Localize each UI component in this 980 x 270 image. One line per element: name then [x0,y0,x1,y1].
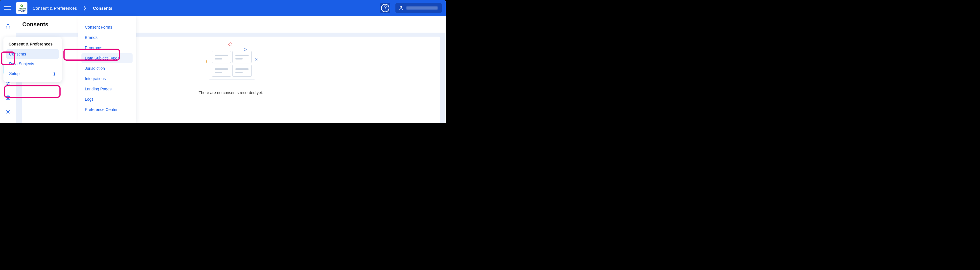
svg-point-3 [8,24,9,25]
breadcrumb: Consent & Preferences ❯ Consents [33,6,112,11]
help-button[interactable] [380,3,390,13]
svg-point-2 [400,6,402,8]
breadcrumb-root[interactable]: Consent & Preferences [33,6,77,11]
flyout-item-data-subjects[interactable]: Data Subjects [6,59,59,69]
svg-point-11 [7,83,8,83]
user-name-redacted [406,6,438,10]
flyout-item-setup[interactable]: Setup ❯ [6,69,59,78]
submenu-consent-forms[interactable]: Consent Forms [81,22,132,32]
submenu-jurisdiction[interactable]: Jurisdiction [81,64,132,73]
svg-point-12 [8,82,9,83]
flyout-item-consents[interactable]: Consents [6,49,59,59]
globe-icon [5,95,11,101]
svg-point-4 [6,27,7,28]
svg-point-16 [7,111,9,113]
diamond-icon [228,42,232,46]
setup-submenu: Consent Forms Brands Programs Data Subje… [78,16,136,123]
top-bar: ✿ TrustArc NYMITY Consent & Preferences … [0,0,446,16]
svg-point-13 [8,84,8,85]
empty-message: There are no consents recorded yet. [199,90,263,95]
chevron-right-icon: ❯ [83,6,87,10]
square-icon [204,60,207,63]
svg-point-1 [385,10,386,10]
flyout-title: Consent & Preferences [6,42,59,49]
submenu-landing-pages[interactable]: Landing Pages [81,84,132,94]
ring-icon [244,48,247,51]
rail-item-globe[interactable] [3,93,13,103]
logo-text-bottom: NYMITY [18,10,25,12]
x-icon: ✕ [255,57,258,62]
breadcrumb-current: Consents [93,6,112,11]
submenu-programs[interactable]: Programs [81,43,132,53]
empty-illustration: ✕ [204,42,258,85]
brand-logo: ✿ TrustArc NYMITY [16,2,27,14]
help-icon [380,3,390,13]
rail-item-org[interactable] [3,21,13,32]
org-icon [5,23,11,29]
logo-text-top: TrustArc [18,8,26,10]
rail-item-settings[interactable] [3,107,13,117]
menu-toggle-button[interactable] [4,5,11,11]
chevron-right-icon: ❯ [53,72,56,76]
submenu-brands[interactable]: Brands [81,33,132,42]
app-frame: ✿ TrustArc NYMITY Consent & Preferences … [0,0,446,123]
submenu-data-subject-types[interactable]: Data Subject Types [81,53,132,63]
gear-icon [5,109,11,115]
user-icon [398,5,404,11]
user-menu[interactable] [395,3,442,13]
submenu-logs[interactable]: Logs [81,94,132,104]
content-area: Consents Consent Forms Brands Programs D… [16,16,446,123]
svg-point-10 [6,81,10,86]
submenu-preference-center[interactable]: Preference Center [81,105,132,114]
submenu-integrations[interactable]: Integrations [81,74,132,83]
svg-point-5 [9,27,10,28]
svg-point-14 [9,84,9,85]
consent-preferences-flyout: Consent & Preferences Consents Data Subj… [3,37,62,82]
leaf-icon: ✿ [20,4,23,8]
